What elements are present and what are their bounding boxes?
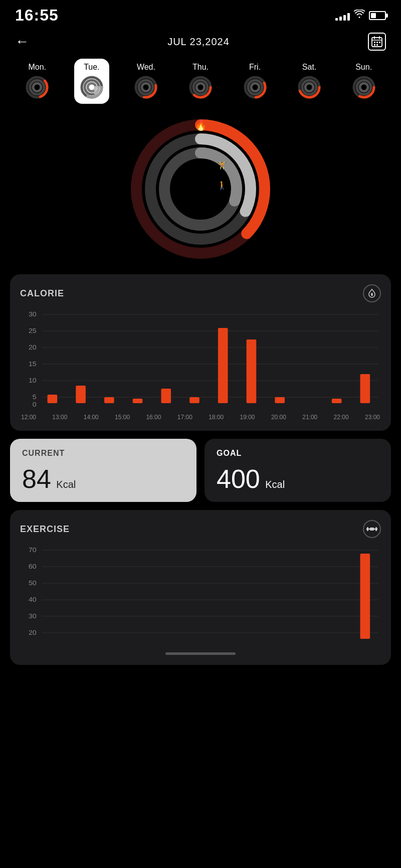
calorie-chart-svg: 30 25 20 15 10 5 0 [20, 310, 381, 411]
day-label-fri: Fri. [249, 63, 261, 72]
svg-rect-61 [48, 395, 58, 403]
goal-value-row: 400 Kcal [217, 466, 379, 492]
svg-text:🔥: 🔥 [194, 119, 207, 131]
scroll-indicator [165, 652, 236, 655]
day-label-thu: Thu. [192, 63, 209, 72]
mini-ring-thu [188, 75, 213, 100]
svg-text:40: 40 [29, 596, 37, 603]
x-label-7: 19:00 [240, 414, 255, 421]
svg-text:10: 10 [29, 377, 37, 384]
current-label: CURRENT [22, 449, 184, 458]
day-label-sun: Sun. [355, 63, 372, 72]
x-label-11: 23:00 [365, 414, 380, 421]
svg-rect-70 [332, 399, 342, 403]
svg-rect-71 [360, 374, 370, 403]
calorie-card-title: CALORIE [20, 288, 64, 299]
svg-point-25 [196, 83, 205, 91]
svg-rect-67 [218, 328, 228, 403]
x-label-8: 20:00 [271, 414, 286, 421]
header-date: JUL 23,2024 [167, 36, 230, 48]
svg-rect-69 [275, 397, 285, 403]
svg-text:5: 5 [33, 394, 37, 401]
exercise-card-title: EXERCISE [20, 524, 70, 535]
svg-rect-5 [376, 42, 378, 43]
status-time: 16:55 [15, 6, 59, 25]
calorie-card-header: CALORIE [20, 284, 381, 302]
mini-ring-wed [133, 75, 158, 100]
current-box: CURRENT 84 Kcal [10, 439, 196, 502]
current-unit: Kcal [56, 479, 76, 490]
svg-rect-4 [374, 42, 375, 43]
mini-ring-sat [297, 75, 322, 100]
x-label-5: 17:00 [177, 414, 192, 421]
mini-ring-sun [351, 75, 376, 100]
day-label-tue: Tue. [84, 63, 99, 72]
current-value-row: 84 Kcal [22, 466, 184, 492]
svg-text:30: 30 [29, 311, 37, 318]
svg-rect-90 [360, 554, 370, 639]
day-item-fri[interactable]: Fri. [238, 59, 273, 104]
calendar-button[interactable] [368, 33, 386, 51]
day-selector: Mon. Tue. Wed. [0, 59, 401, 114]
svg-point-11 [33, 83, 41, 91]
day-item-sun[interactable]: Sun. [346, 59, 381, 104]
day-item-sat[interactable]: Sat. [292, 59, 327, 104]
exercise-chart-svg: 70 60 50 40 30 20 [20, 546, 381, 646]
svg-rect-75 [375, 527, 377, 531]
day-label-sat: Sat. [302, 63, 316, 72]
wifi-icon [354, 10, 365, 21]
current-value: 84 [22, 464, 51, 493]
activity-rings-svg: 🔥 🏋 🚶 [125, 114, 276, 264]
svg-text:70: 70 [29, 547, 37, 554]
x-label-0: 12:00 [21, 414, 36, 421]
day-item-thu[interactable]: Thu. [183, 59, 218, 104]
day-item-mon[interactable]: Mon. [20, 59, 55, 104]
svg-rect-77 [370, 528, 374, 531]
main-rings: 🔥 🏋 🚶 [0, 114, 401, 274]
svg-text:60: 60 [29, 563, 37, 570]
svg-rect-62 [76, 386, 86, 403]
calorie-icon [363, 284, 381, 302]
svg-point-21 [142, 83, 150, 91]
x-label-2: 14:00 [84, 414, 99, 421]
calorie-chart-x-labels: 12:00 13:00 14:00 15:00 16:00 17:00 18:0… [20, 414, 381, 421]
exercise-card-header: EXERCISE [20, 520, 381, 538]
svg-text:50: 50 [29, 580, 37, 587]
svg-point-33 [305, 83, 313, 91]
exercise-card: EXERCISE 70 60 50 40 [10, 510, 391, 665]
svg-point-29 [251, 83, 259, 91]
goal-box: GOAL 400 Kcal [205, 439, 391, 502]
x-label-4: 16:00 [146, 414, 161, 421]
goal-unit: Kcal [265, 479, 285, 490]
x-label-10: 22:00 [334, 414, 349, 421]
svg-point-37 [360, 83, 368, 91]
svg-rect-74 [367, 527, 368, 531]
header: ← JUL 23,2024 [0, 29, 401, 59]
calorie-card: CALORIE 30 25 20 15 10 5 0 [10, 274, 391, 431]
svg-rect-6 [379, 42, 380, 43]
back-button[interactable]: ← [15, 34, 29, 50]
status-bar: 16:55 [0, 0, 401, 29]
svg-text:20: 20 [29, 344, 37, 351]
signal-icon [335, 11, 350, 21]
calorie-chart-area: 30 25 20 15 10 5 0 [20, 310, 381, 411]
exercise-icon [363, 520, 381, 538]
svg-text:🏋: 🏋 [217, 160, 227, 170]
svg-text:🚶: 🚶 [217, 181, 227, 190]
x-label-1: 13:00 [52, 414, 67, 421]
svg-rect-66 [189, 397, 199, 403]
mini-ring-fri [243, 75, 268, 100]
x-label-3: 15:00 [115, 414, 130, 421]
exercise-chart-area: 70 60 50 40 30 20 [20, 546, 381, 646]
svg-rect-68 [247, 339, 257, 403]
stats-row: CURRENT 84 Kcal GOAL 400 Kcal [10, 439, 391, 502]
svg-text:15: 15 [29, 361, 37, 368]
status-icons [335, 10, 386, 21]
mini-ring-tue [79, 75, 104, 100]
goal-value: 400 [217, 464, 260, 493]
day-item-wed[interactable]: Wed. [128, 59, 163, 104]
day-label-wed: Wed. [137, 63, 155, 72]
day-label-mon: Mon. [28, 63, 46, 72]
svg-text:20: 20 [29, 629, 37, 636]
day-item-tue[interactable]: Tue. [74, 59, 109, 104]
